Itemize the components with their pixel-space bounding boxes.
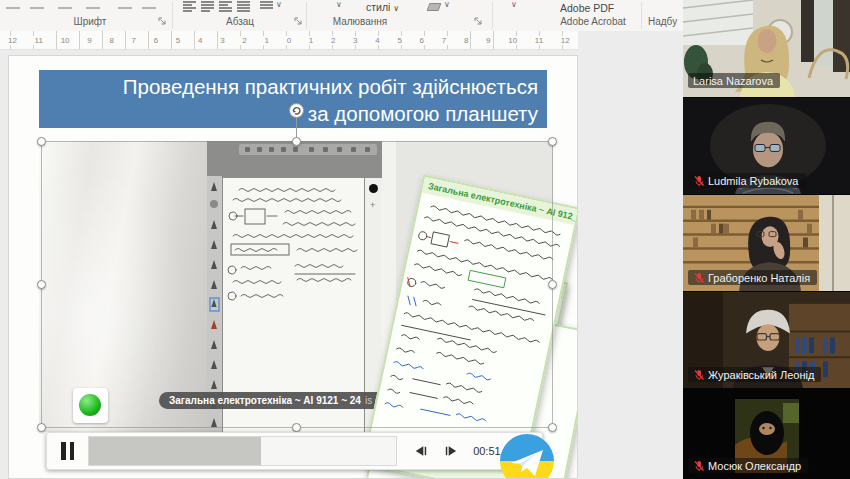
dialog-launcher-icon[interactable] — [474, 17, 483, 26]
telegram-icon[interactable] — [498, 432, 556, 479]
cutoff-icon[interactable] — [30, 2, 44, 9]
styles-dropdown[interactable]: стилі ∨ — [366, 1, 399, 13]
slide-workspace: Проведення практичних робіт здійснюється… — [0, 50, 683, 479]
ruler-tick: 11 — [33, 36, 45, 45]
resize-handle-mid-right[interactable] — [548, 280, 557, 289]
eraser-icon[interactable] — [427, 3, 442, 11]
green-sphere-icon — [79, 394, 101, 416]
cutoff-icon[interactable] — [58, 2, 72, 9]
slide-canvas[interactable]: Проведення практичних робіт здійснюється… — [8, 55, 578, 479]
pause-button[interactable] — [61, 442, 76, 460]
mic-muted-icon — [693, 369, 705, 381]
ruler-tick: 11 — [533, 36, 545, 45]
plus-icon[interactable]: + — [370, 200, 375, 210]
align-right-icon[interactable] — [219, 1, 232, 10]
drawing-group-label: Малювання — [315, 16, 405, 27]
group-divider — [172, 2, 173, 29]
mic-muted-icon — [693, 460, 705, 472]
app-window: ∨ ∨ стилі ∨ ∨ ∨ Шрифт Абзац Малювання Ad… — [0, 0, 850, 479]
align-left-icon[interactable] — [183, 1, 196, 10]
adobe-acrobat-group-label: Adobe Acrobat — [548, 16, 638, 27]
ruler-tick: 10 — [506, 36, 519, 45]
ruler-tick: 10 — [59, 36, 72, 45]
participant-tile[interactable]: Larisa Nazarova — [683, 0, 850, 97]
participant-nametag: Larisa Nazarova — [688, 73, 780, 88]
chevron-down-icon[interactable]: ∨ — [336, 0, 342, 9]
dialog-launcher-icon[interactable] — [158, 17, 167, 26]
ruler-tick: 5 — [174, 36, 182, 45]
ruler-tick: 3 — [351, 36, 359, 45]
ruler-tick: 7 — [130, 36, 138, 45]
ruler-tick: 1 — [307, 36, 315, 45]
resize-handle-top-center[interactable] — [292, 137, 301, 146]
video-blurred-region — [39, 141, 207, 432]
participant-name: Граборенко Наталія — [708, 272, 810, 284]
ruler-tick: 7 — [440, 36, 448, 45]
resize-handle-bottom-right[interactable] — [548, 423, 557, 432]
resize-handle-bottom-left[interactable] — [37, 423, 46, 432]
color-dot-icon[interactable] — [369, 184, 378, 193]
participant-name: Жураківський Леонід — [708, 369, 814, 381]
chevron-down-icon[interactable]: ∨ — [444, 0, 450, 9]
ruler-tick: 2 — [329, 36, 337, 45]
resize-handle-mid-left[interactable] — [37, 280, 46, 289]
step-forward-button[interactable] — [444, 445, 459, 457]
ruler[interactable]: 1211109876543210123456789101112 — [0, 31, 578, 50]
participant-nametag: Ludmila Rybakova — [688, 173, 806, 188]
ruler-tick: 4 — [373, 36, 381, 45]
ruler-tick: 8 — [107, 36, 115, 45]
participant-tile[interactable]: Ludmila Rybakova — [683, 98, 850, 194]
tablet-toolbar — [239, 144, 377, 155]
step-back-button[interactable] — [413, 445, 428, 457]
ruler-tick: 3 — [218, 36, 226, 45]
chevron-down-icon[interactable]: ∨ — [276, 0, 282, 9]
ruler-tick: 9 — [484, 36, 492, 45]
group-divider — [492, 2, 493, 29]
tablet-app-view: + — [207, 141, 382, 432]
participant-tile[interactable]: Граборенко Наталія — [683, 195, 850, 291]
cutoff-icon[interactable] — [86, 2, 100, 9]
resize-handle-top-left[interactable] — [37, 137, 46, 146]
paragraph-group-label: Абзац — [195, 16, 285, 27]
ruler-tick: 4 — [196, 36, 204, 45]
participant-name: Мосюк Олександр — [708, 460, 801, 472]
green-action-button[interactable] — [73, 388, 108, 423]
font-group-label: Шрифт — [40, 16, 140, 27]
cutoff-icon[interactable] — [142, 2, 156, 9]
slide-title-line1: Проведення практичних робіт здійснюється — [39, 73, 538, 100]
ruler-tick: 9 — [85, 36, 93, 45]
mic-muted-icon — [693, 272, 705, 284]
ruler-tick: 6 — [418, 36, 426, 45]
speaker-channel-name: Загальна електротехніка ~ АІ 9121 ~ 24 — [169, 395, 361, 406]
participant-nametag: Мосюк Олександр — [688, 458, 808, 473]
text-direction-icon[interactable] — [260, 1, 273, 10]
justify-icon[interactable] — [237, 1, 250, 10]
ruler-tick: 12 — [6, 36, 19, 45]
group-divider — [306, 2, 307, 29]
dialog-launcher-icon[interactable] — [294, 17, 303, 26]
cutoff-icon[interactable] — [6, 2, 20, 9]
participant-tile[interactable]: Мосюк Олександр — [683, 389, 850, 479]
chevron-down-icon[interactable]: ∨ — [511, 0, 517, 9]
mic-muted-icon — [693, 175, 705, 187]
rotate-handle-icon[interactable] — [289, 103, 304, 122]
participant-nametag: Жураківський Леонід — [688, 367, 821, 382]
participant-tile[interactable]: Жураківський Леонід — [683, 292, 850, 388]
group-divider — [641, 2, 642, 29]
participant-name: Larisa Nazarova — [693, 75, 773, 87]
align-center-icon[interactable] — [201, 1, 214, 10]
resize-handle-top-right[interactable] — [548, 137, 557, 146]
addins-group-label: Надбу — [648, 16, 688, 27]
participant-name: Ludmila Rybakova — [708, 175, 799, 187]
ruler-tick: 5 — [395, 36, 403, 45]
video-control-bar: 00:51,70 — [46, 432, 543, 470]
participant-nametag: Граборенко Наталія — [688, 270, 817, 285]
ribbon-toolbar: ∨ ∨ стилі ∨ ∨ ∨ Шрифт Абзац Малювання Ad… — [0, 0, 683, 31]
video-progress-fill — [89, 437, 261, 465]
ruler-tick: 2 — [240, 36, 248, 45]
cutoff-icon[interactable] — [118, 2, 132, 9]
video-progress-track[interactable] — [88, 436, 397, 466]
ruler-tick-row: 1211109876543210123456789101112 — [0, 31, 578, 49]
resize-handle-bottom-center[interactable] — [292, 423, 301, 432]
participants-sidebar: Larisa Nazarova Ludmi — [683, 0, 850, 479]
